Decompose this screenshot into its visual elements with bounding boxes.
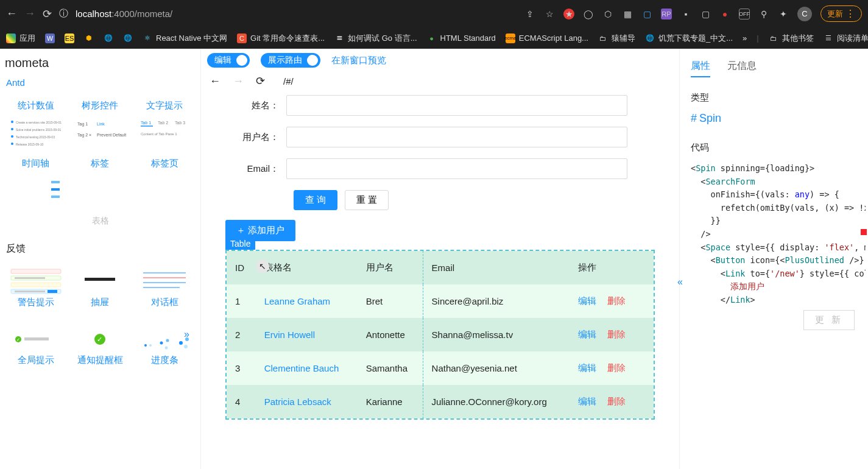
reading-list[interactable]: ☰阅读清单: [824, 33, 868, 44]
delete-link[interactable]: 删除: [607, 396, 626, 406]
component-tooltip[interactable]: 文字提示 Tab 1Tab 2Tab 3Content of Tab Pane …: [132, 96, 197, 154]
cell-username: Samantha: [358, 351, 423, 385]
table-row: 1 Leanne Graham Bret Sincere@april.biz 编…: [227, 284, 654, 318]
info-icon[interactable]: ⓘ: [59, 8, 68, 19]
component-statistic[interactable]: 统计数值 Create a services site 2015-09-01So…: [4, 96, 68, 154]
component-type-value[interactable]: #Spin: [691, 112, 866, 125]
cell-id: 1: [227, 284, 256, 318]
svg-rect-20: [11, 269, 61, 273]
bookmark-overflow[interactable]: »: [743, 34, 747, 43]
update-button[interactable]: 更 新: [803, 310, 855, 330]
code-snippet[interactable]: <Spin spinning={loading}> <SearchForm on…: [691, 162, 866, 307]
ext-icon-10[interactable]: OFF: [739, 9, 750, 19]
other-bookmarks[interactable]: 🗀其他书签: [769, 33, 814, 44]
ext-icon-7[interactable]: ▪: [680, 9, 691, 19]
component-palette: mometa Antd 统计数值 Create a services site …: [0, 49, 201, 469]
delete-link[interactable]: 删除: [607, 329, 626, 339]
tab-meta[interactable]: 元信息: [727, 60, 757, 77]
component-tree[interactable]: 树形控件 Tag 1LinkTag 2 ×Prevent Default ×: [68, 96, 133, 154]
users-table: ID 表格名 用户名 Email 操作 1 Leanne Graham Bret…: [227, 251, 654, 418]
route-back-icon[interactable]: ←: [210, 75, 221, 88]
cell-name[interactable]: Clementine Bauch: [256, 351, 358, 385]
reload-icon[interactable]: ⟳: [43, 7, 52, 21]
svg-point-38: [149, 344, 152, 347]
component-modal[interactable]: 对话框: [132, 263, 197, 320]
username-input[interactable]: [286, 127, 627, 147]
cell-id: 3: [227, 351, 256, 385]
preview-tabs: [133, 174, 196, 205]
edit-link[interactable]: 编辑: [578, 362, 596, 373]
route-refresh-icon[interactable]: ⟳: [256, 74, 265, 88]
share-icon[interactable]: ⇪: [524, 9, 535, 19]
apps-shortcut[interactable]: 应用: [6, 33, 35, 44]
delete-link[interactable]: 删除: [607, 362, 626, 373]
framework-name[interactable]: Antd: [0, 77, 200, 96]
cell-actions: 编辑删除: [570, 318, 654, 351]
url-bar[interactable]: localhost:4000/mometa/: [76, 9, 172, 19]
bookmark-item[interactable]: 🌐饥荒下载专题_中文...: [645, 33, 733, 44]
route-toggle[interactable]: 展示路由: [261, 53, 320, 68]
edit-link[interactable]: 编辑: [578, 329, 596, 339]
bookmark-item[interactable]: 🌐: [123, 34, 133, 43]
bookmark-item[interactable]: ES: [65, 34, 74, 43]
reset-button[interactable]: 重 置: [345, 190, 389, 210]
name-input[interactable]: [286, 95, 627, 116]
component-notification[interactable]: ✓ 通知提醒框: [68, 320, 133, 378]
component-message[interactable]: ✓ 全局提示: [4, 320, 68, 378]
component-alert[interactable]: 警告提示: [4, 263, 68, 320]
ext-icon-6[interactable]: RP: [661, 9, 672, 19]
component-tabs[interactable]: 标签页: [132, 154, 197, 212]
extensions-icon[interactable]: ✦: [778, 9, 789, 19]
svg-rect-18: [51, 188, 60, 191]
drag-handle-icon[interactable]: ↖: [256, 259, 269, 273]
search-button[interactable]: 查 询: [294, 190, 337, 210]
component-tag[interactable]: 标签: [68, 154, 133, 212]
bookmark-item[interactable]: 🗀猿辅导: [598, 33, 635, 44]
browser-update-button[interactable]: 更新 ⋮: [820, 5, 862, 22]
email-input[interactable]: [286, 158, 627, 179]
ext-icon-8[interactable]: ▢: [700, 9, 711, 19]
edit-toggle[interactable]: 编辑: [207, 53, 250, 68]
bookmark-item[interactable]: W: [45, 34, 55, 43]
ext-icon-2[interactable]: ◯: [583, 9, 594, 19]
cell-username: Bret: [358, 284, 423, 318]
bookmark-item[interactable]: 🌐: [104, 34, 113, 43]
back-icon[interactable]: ←: [6, 7, 17, 20]
ext-icon-11[interactable]: ⚲: [758, 9, 769, 19]
component-drawer[interactable]: 抽屉: [68, 263, 133, 320]
profile-avatar[interactable]: C: [797, 7, 812, 21]
forward-icon[interactable]: →: [24, 7, 35, 20]
bookmark-item[interactable]: ecmaECMAScript Lang...: [506, 34, 588, 43]
collapse-right-icon[interactable]: «: [677, 277, 683, 287]
top-toolbar: 编辑 展示路由 在新窗口预览: [201, 49, 679, 72]
ext-icon-4[interactable]: ▦: [622, 9, 633, 19]
bookmark-item[interactable]: 〓如何调试 Go 语言...: [334, 33, 417, 44]
bookmark-item[interactable]: ●HTML Standard: [427, 34, 496, 43]
edit-link[interactable]: 编辑: [578, 396, 596, 406]
bookmark-item[interactable]: ⚛React Native 中文网: [143, 33, 227, 44]
ext-icon-1[interactable]: ★: [563, 9, 574, 19]
bookmark-item[interactable]: ⬢: [84, 34, 94, 43]
route-forward-icon[interactable]: →: [233, 75, 244, 88]
ext-icon-9[interactable]: ●: [719, 9, 730, 19]
table-selection[interactable]: Table ↖ ID 表格名 用户名 Email 操作 1 Leanne Gra…: [225, 250, 655, 420]
edit-link[interactable]: 编辑: [578, 295, 596, 306]
collapse-left-icon[interactable]: »: [184, 329, 189, 340]
ext-icon-5[interactable]: ▢: [641, 9, 652, 19]
cell-name[interactable]: Leanne Graham: [256, 284, 358, 318]
cell-id: 2: [227, 318, 256, 351]
tab-props[interactable]: 属性: [691, 60, 710, 77]
component-timeline[interactable]: 时间轴: [4, 154, 68, 212]
inspector-tabs: 属性 元信息: [691, 56, 866, 77]
cell-name[interactable]: Ervin Howell: [256, 318, 358, 351]
preview-link[interactable]: 在新窗口预览: [331, 55, 386, 66]
app-title: mometa: [0, 56, 200, 77]
cell-email: Julianne.OConner@kory.org: [423, 385, 570, 418]
star-icon[interactable]: ☆: [544, 9, 555, 19]
cell-name[interactable]: Patricia Lebsack: [256, 385, 358, 418]
delete-link[interactable]: 删除: [607, 295, 626, 306]
ext-icon-3[interactable]: ⬡: [602, 9, 613, 19]
bookmark-item[interactable]: CGit 常用命令速查表...: [237, 33, 325, 44]
component-table-label[interactable]: 表格: [0, 212, 200, 238]
svg-text:✓: ✓: [97, 336, 102, 343]
